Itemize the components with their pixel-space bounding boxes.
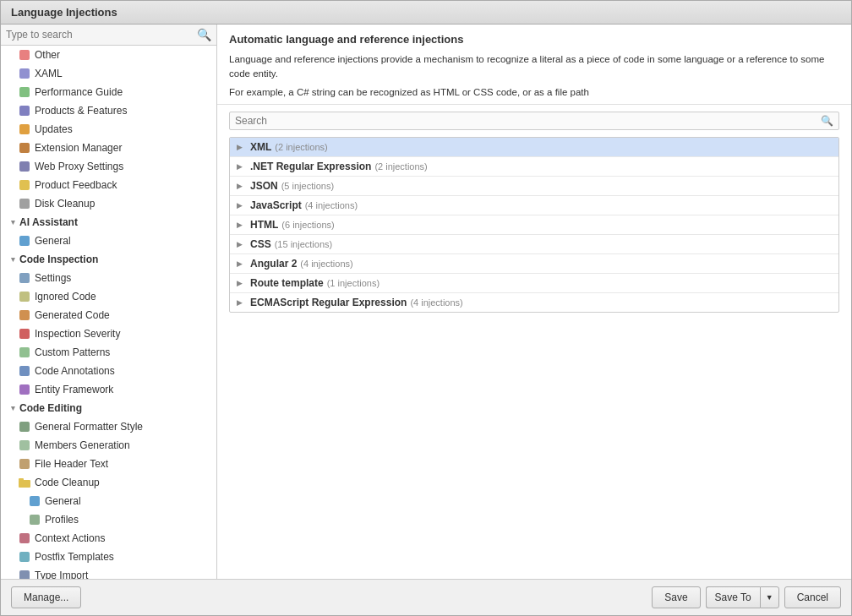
sidebar-item-label: Code Cleanup bbox=[35, 477, 100, 488]
context-icon bbox=[18, 532, 31, 545]
search-input[interactable] bbox=[6, 29, 197, 41]
sidebar-item-xaml[interactable]: XAML bbox=[1, 64, 216, 83]
injection-item[interactable]: ▶Angular 2(4 injections) bbox=[230, 254, 838, 274]
sidebar-item-label: Extension Manager bbox=[35, 142, 122, 154]
sidebar-item-ai-general[interactable]: General bbox=[1, 232, 216, 250]
svg-rect-11 bbox=[19, 292, 30, 302]
sidebar-item-header[interactable]: File Header Text bbox=[1, 455, 216, 473]
right-header: Automatic language and reference injecti… bbox=[217, 25, 851, 105]
other-icon bbox=[18, 48, 31, 62]
svg-rect-20 bbox=[19, 480, 30, 488]
sidebar-item-label: Web Proxy Settings bbox=[35, 161, 123, 172]
sidebar-item-formatter[interactable]: General Formatter Style bbox=[1, 417, 216, 436]
sidebar-item-settings[interactable]: Settings bbox=[1, 269, 216, 287]
injection-item[interactable]: ▶XML(2 injections) bbox=[230, 138, 838, 157]
severity-icon bbox=[18, 327, 31, 341]
expand-arrow-icon: ▶ bbox=[237, 143, 245, 151]
sidebar-item-label: General Formatter Style bbox=[35, 421, 143, 433]
svg-rect-24 bbox=[19, 533, 30, 543]
updates-icon bbox=[18, 123, 31, 136]
sidebar-item-ignored[interactable]: Ignored Code bbox=[1, 287, 216, 306]
injection-count: (2 injections) bbox=[275, 142, 327, 152]
save-button[interactable]: Save bbox=[652, 586, 700, 608]
injection-list: ▶XML(2 injections)▶.NET Regular Expressi… bbox=[229, 137, 839, 313]
injection-item[interactable]: ▶HTML(6 injections) bbox=[230, 215, 838, 235]
sidebar-item-proxy[interactable]: Web Proxy Settings bbox=[1, 157, 216, 176]
expand-arrow-icon: ▶ bbox=[237, 201, 245, 210]
sidebar-item-ai-assistant[interactable]: ▾AI Assistant bbox=[1, 213, 216, 232]
expand-arrow-icon: ▶ bbox=[237, 259, 245, 268]
sidebar-item-label: File Header Text bbox=[35, 458, 108, 470]
save-to-button[interactable]: Save To bbox=[706, 586, 760, 608]
svg-rect-18 bbox=[19, 440, 30, 450]
sidebar-item-other[interactable]: Other bbox=[1, 46, 216, 64]
sidebar-item-generated[interactable]: Generated Code bbox=[1, 306, 216, 324]
dialog-body: 🔍 OtherXAMLPerformance GuideProducts & F… bbox=[1, 25, 851, 579]
search-box: 🔍 bbox=[1, 25, 216, 46]
sidebar-item-profiles[interactable]: Profiles bbox=[1, 510, 216, 529]
sidebar-item-entity[interactable]: Entity Framework bbox=[1, 380, 216, 399]
sidebar-item-postfix[interactable]: Postfix Templates bbox=[1, 548, 216, 566]
injection-item[interactable]: ▶Route template(1 injections) bbox=[230, 274, 838, 293]
injection-name: Angular 2 bbox=[250, 258, 297, 270]
tree-container[interactable]: OtherXAMLPerformance GuideProducts & Fea… bbox=[1, 46, 216, 579]
injection-item[interactable]: ▶.NET Regular Expression(2 injections) bbox=[230, 157, 838, 177]
injection-count: (2 injections) bbox=[374, 161, 427, 172]
expand-arrow-icon: ▶ bbox=[237, 240, 245, 248]
sidebar-item-label: Members Generation bbox=[35, 439, 130, 451]
injection-search-input[interactable] bbox=[235, 115, 821, 127]
sidebar-item-extension[interactable]: Extension Manager bbox=[1, 139, 216, 157]
sidebar-item-cleanup-general[interactable]: General bbox=[1, 492, 216, 510]
expand-arrow-icon: ▶ bbox=[237, 298, 245, 307]
svg-rect-10 bbox=[19, 273, 30, 283]
sidebar-item-label: Settings bbox=[35, 272, 71, 284]
injection-item[interactable]: ▶CSS(15 injections) bbox=[230, 235, 838, 254]
sidebar-item-context[interactable]: Context Actions bbox=[1, 529, 216, 548]
sidebar-item-severity[interactable]: Inspection Severity bbox=[1, 324, 216, 343]
injection-name: CSS bbox=[250, 238, 271, 250]
sidebar-item-label: Entity Framework bbox=[35, 384, 113, 395]
right-desc2: For example, a C# string can be recogniz… bbox=[229, 87, 839, 97]
collapse-arrow-icon: ▾ bbox=[8, 403, 18, 413]
sidebar-item-label: Context Actions bbox=[35, 532, 105, 544]
sidebar-category-label: AI Assistant bbox=[19, 216, 78, 228]
profiles-icon bbox=[28, 513, 41, 526]
sidebar-item-members[interactable]: Members Generation bbox=[1, 436, 216, 455]
sidebar-item-label: Disk Cleanup bbox=[35, 198, 95, 210]
sidebar-item-annotations[interactable]: Code Annotations bbox=[1, 362, 216, 380]
manage-button[interactable]: Manage... bbox=[11, 586, 81, 608]
sidebar-item-import[interactable]: Type Import bbox=[1, 566, 216, 579]
svg-rect-9 bbox=[19, 236, 30, 246]
members-icon bbox=[18, 439, 31, 452]
svg-rect-14 bbox=[19, 347, 30, 357]
dialog: Language Injections 🔍 OtherXAMLPerforman… bbox=[0, 0, 852, 616]
expand-arrow-icon: ▶ bbox=[237, 182, 245, 190]
injection-name: JSON bbox=[250, 180, 278, 192]
postfix-icon bbox=[18, 550, 31, 564]
svg-rect-2 bbox=[19, 87, 30, 97]
sidebar-item-updates[interactable]: Updates bbox=[1, 120, 216, 139]
action-buttons: Save Save To ▼ Cancel bbox=[652, 586, 841, 608]
injection-item[interactable]: ▶JSON(5 injections) bbox=[230, 177, 838, 196]
save-to-dropdown-button[interactable]: ▼ bbox=[760, 586, 779, 608]
sidebar-item-code-cleanup[interactable]: Code Cleanup bbox=[1, 473, 216, 492]
injection-item[interactable]: ▶ECMAScript Regular Expression(4 injecti… bbox=[230, 293, 838, 312]
sidebar-item-label: Products & Features bbox=[35, 105, 127, 117]
sidebar-item-custom[interactable]: Custom Patterns bbox=[1, 343, 216, 362]
cancel-button[interactable]: Cancel bbox=[784, 586, 841, 608]
sidebar-item-performance[interactable]: Performance Guide bbox=[1, 83, 216, 101]
sidebar-item-code-editing[interactable]: ▾Code Editing bbox=[1, 399, 216, 417]
svg-rect-17 bbox=[19, 422, 30, 432]
sidebar-item-products[interactable]: Products & Features bbox=[1, 101, 216, 120]
sidebar-item-label: General bbox=[35, 235, 71, 247]
injection-item[interactable]: ▶JavaScript(4 injections) bbox=[230, 196, 838, 215]
sidebar-item-code-inspection[interactable]: ▾Code Inspection bbox=[1, 250, 216, 269]
sidebar-item-disk[interactable]: Disk Cleanup bbox=[1, 194, 216, 213]
cleanup-icon bbox=[18, 476, 31, 489]
expand-arrow-icon: ▶ bbox=[237, 221, 245, 229]
injection-count: (4 injections) bbox=[300, 259, 352, 269]
svg-rect-4 bbox=[19, 124, 30, 134]
injection-name: HTML bbox=[250, 219, 278, 231]
sidebar-item-feedback[interactable]: Product Feedback bbox=[1, 176, 216, 194]
injection-name: JavaScript bbox=[250, 199, 302, 211]
